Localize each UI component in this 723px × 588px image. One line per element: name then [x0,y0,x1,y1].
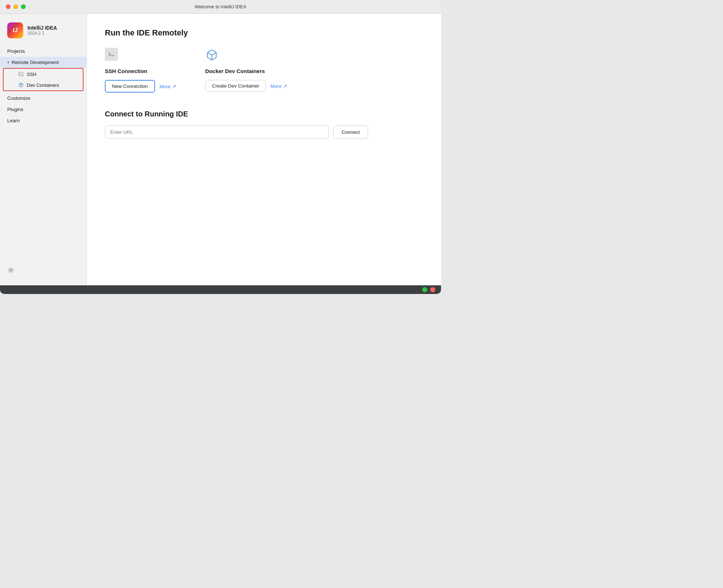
remote-development-label: Remote Development [12,60,59,65]
run-remotely-title: Run the IDE Remotely [105,28,423,38]
sidebar-bottom [0,262,86,280]
sub-items-group: SSH Dev Containers [3,68,84,91]
chevron-down-icon: ▾ [7,60,9,65]
sidebar-item-learn[interactable]: Learn [0,115,86,126]
settings-icon[interactable] [7,267,14,274]
projects-label: Projects [7,48,25,54]
bottombar [0,285,441,294]
ssh-col-actions: New Connection More ↗ [105,80,176,93]
customize-label: Customize [7,95,30,101]
minimize-button[interactable] [13,4,18,9]
docker-section-icon [205,48,218,61]
url-input[interactable] [105,125,329,139]
remote-dev-grid: SSH Connection New Connection More ↗ [105,48,423,93]
sidebar: IJ IntelliJ IDEA 2024.2.1 Projects ▾ Rem… [0,14,87,285]
sidebar-item-customize[interactable]: Customize [0,93,86,104]
maximize-button[interactable] [21,4,26,9]
url-row: Connect [105,125,423,139]
ssh-more-link[interactable]: More ↗ [159,84,176,89]
content-area: Run the IDE Remotely SSH Connection [87,14,441,285]
status-dot-green [422,287,427,292]
app-version: 2024.2.1 [27,31,57,36]
docker-more-link[interactable]: More ↗ [270,83,287,89]
svg-rect-0 [19,72,23,76]
connect-title: Connect to Running IDE [105,110,423,118]
sidebar-item-ssh[interactable]: SSH [4,69,83,80]
window-title: Welcome to IntelliJ IDEA [195,4,247,9]
plugins-label: Plugins [7,107,23,112]
docker-col-title: Docker Dev Containers [205,68,287,74]
app-header: IJ IntelliJ IDEA 2024.2.1 [0,20,86,46]
dev-containers-label: Dev Containers [27,82,59,88]
sidebar-item-plugins[interactable]: Plugins [0,104,86,115]
ssh-label: SSH [27,72,37,77]
ssh-more-label: More ↗ [159,84,176,89]
docker-col-actions: Create Dev Container More ↗ [205,80,287,92]
connect-button[interactable]: Connect [333,125,368,139]
ssh-section-icon [105,48,118,61]
logo-text: IJ [13,27,17,34]
traffic-lights [6,4,26,9]
titlebar: Welcome to IntelliJ IDEA [0,0,441,14]
app-window: Welcome to IntelliJ IDEA IJ IntelliJ IDE… [0,0,441,294]
docker-more-label: More ↗ [270,83,287,89]
learn-label: Learn [7,118,20,123]
new-connection-button[interactable]: New Connection [105,80,155,93]
ssh-col-title: SSH Connection [105,68,176,74]
box-icon [18,82,24,88]
ssh-column: SSH Connection New Connection More ↗ [105,48,176,93]
app-logo: IJ [7,22,23,38]
create-dev-container-button[interactable]: Create Dev Container [205,80,266,92]
app-info: IntelliJ IDEA 2024.2.1 [27,25,57,36]
sidebar-item-remote-development[interactable]: ▾ Remote Development [0,57,86,68]
terminal-icon [18,71,24,77]
sidebar-item-projects[interactable]: Projects [0,46,86,57]
sidebar-item-dev-containers[interactable]: Dev Containers [4,80,83,90]
main-layout: IJ IntelliJ IDEA 2024.2.1 Projects ▾ Rem… [0,14,441,285]
terminal-icon-wrap [105,48,118,61]
connect-section: Connect to Running IDE Connect [105,110,423,139]
close-button[interactable] [6,4,10,9]
svg-point-2 [10,269,12,271]
docker-column: Docker Dev Containers Create Dev Contain… [205,48,287,92]
status-dot-red [430,287,435,292]
nav-list: Projects ▾ Remote Development [0,46,86,262]
app-name: IntelliJ IDEA [27,25,57,31]
